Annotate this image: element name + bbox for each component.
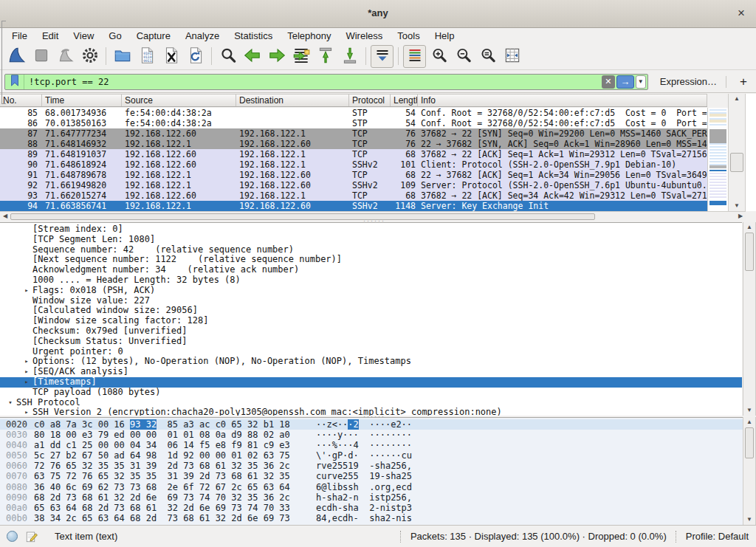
scrollbar-thumb[interactable]	[10, 213, 595, 220]
capture-comment-icon[interactable]	[25, 530, 38, 543]
zoom-reset-button[interactable]	[476, 45, 499, 68]
display-filter-input[interactable]: !tcp.port == 22	[24, 77, 602, 87]
column-header-length[interactable]: Length	[391, 94, 418, 106]
column-header-protocol[interactable]: Protocol	[349, 94, 391, 106]
scrollbar-thumb[interactable]	[745, 427, 754, 458]
scroll-up-icon[interactable]: ▲	[743, 418, 755, 427]
expand-icon[interactable]: ▸	[21, 377, 32, 388]
detail-line[interactable]: TCP payload (1080 bytes)	[0, 388, 742, 398]
detail-line[interactable]: Checksum: 0x79ed [unverified]	[0, 326, 742, 337]
hex-row-0040[interactable]: 0040a1 dd c1 25 00 00 04 34 06 14 f5 e8 …	[0, 440, 743, 450]
menu-edit[interactable]: Edit	[35, 29, 66, 43]
column-header-info[interactable]: Info	[418, 94, 707, 106]
packet-row-89[interactable]: 8971.648191037192.168.122.60192.168.122.…	[0, 149, 707, 159]
packet-row-92[interactable]: 9271.661949820192.168.122.1192.168.122.6…	[0, 180, 707, 190]
zoom-in-button[interactable]	[427, 45, 450, 68]
packet-list-minimap[interactable]	[707, 108, 728, 211]
expand-icon[interactable]: ▸	[21, 357, 32, 367]
expert-info-icon[interactable]	[7, 531, 18, 542]
expand-icon[interactable]: ▸	[21, 407, 32, 416]
menu-capture[interactable]: Capture	[129, 29, 178, 43]
detail-line[interactable]: Acknowledgment number: 34 (relative ack …	[0, 265, 742, 275]
start-capture-button[interactable]	[5, 45, 28, 68]
expression-button[interactable]: Expression…	[660, 76, 717, 87]
filter-dropdown-button[interactable]: ▼	[636, 75, 646, 89]
hex-row-0090[interactable]: 009068 2d 73 68 61 32 2d 6e 69 73 74 70 …	[0, 492, 743, 503]
detail-line[interactable]: [Stream index: 0]	[0, 224, 742, 235]
detail-line[interactable]: [TCP Segment Len: 1080]	[0, 235, 742, 245]
scroll-down-icon[interactable]: ▼	[729, 202, 745, 210]
detail-line[interactable]: Window size value: 227	[0, 296, 742, 306]
filter-clear-button[interactable]: ✕	[602, 75, 615, 89]
scrollbar-thumb[interactable]	[730, 153, 743, 172]
hex-row-0050[interactable]: 00505c 27 b2 67 50 ad 64 98 1d 92 00 00 …	[0, 450, 743, 461]
detail-line[interactable]: ▸[SEQ/ACK analysis]	[0, 367, 742, 377]
packet-row-93[interactable]: 9371.662015274192.168.122.60192.168.122.…	[0, 190, 707, 201]
packet-row-87[interactable]: 8771.647777234192.168.122.60192.168.122.…	[0, 128, 707, 139]
packet-row-90[interactable]: 9071.648618924192.168.122.60192.168.122.…	[0, 159, 707, 170]
menu-wireless[interactable]: Wireless	[338, 29, 390, 43]
zoom-out-button[interactable]	[452, 45, 475, 68]
go-to-packet-button[interactable]	[289, 45, 312, 68]
detail-line[interactable]: [Next sequence number: 1122 (relative se…	[0, 255, 742, 265]
go-forward-button[interactable]	[265, 45, 288, 68]
column-header-time[interactable]: Time	[42, 94, 122, 106]
column-header-destination[interactable]: Destination	[236, 94, 349, 106]
scrollbar-thumb[interactable]	[745, 233, 754, 271]
find-packet-button[interactable]	[216, 45, 239, 68]
reload-file-button[interactable]	[184, 45, 207, 68]
scroll-left-icon[interactable]: ◀	[1, 212, 10, 220]
hex-row-00a0[interactable]: 00a065 63 64 68 2d 73 68 61 32 2d 6e 69 …	[0, 503, 743, 513]
detail-line[interactable]: [Calculated window size: 29056]	[0, 306, 742, 316]
filter-bookmark-button[interactable]	[5, 75, 24, 89]
hex-row-0070[interactable]: 007063 75 72 76 65 32 35 35 31 39 2d 73 …	[0, 471, 743, 481]
detail-vscrollbar[interactable]: ▲ ▼	[743, 222, 756, 416]
profile-label[interactable]: Profile: Default	[686, 531, 749, 542]
detail-line[interactable]: 1000 .... = Header Length: 32 bytes (8)	[0, 275, 742, 286]
packet-row-86[interactable]: 8670.013850163fe:54:00:d4:38:2aSTP54Conf…	[0, 118, 707, 128]
menu-help[interactable]: Help	[427, 29, 462, 43]
resize-columns-button[interactable]	[501, 45, 523, 68]
go-back-button[interactable]	[241, 45, 264, 68]
column-header-no[interactable]: No.	[0, 94, 42, 106]
filter-apply-button[interactable]: →	[616, 75, 634, 89]
restart-capture-button[interactable]	[54, 45, 77, 68]
hex-row-00b0[interactable]: 00b038 34 2c 65 63 64 68 2d 73 68 61 32 …	[0, 513, 743, 523]
hex-row-0020[interactable]: 0020c0 a8 7a 3c 00 16 93 32 85 a3 ac c0 …	[0, 419, 743, 430]
hex-row-0080[interactable]: 008036 40 6c 69 62 73 73 68 2e 6f 72 67 …	[0, 482, 743, 492]
detail-line[interactable]: ▸Flags: 0x018 (PSH, ACK)	[0, 286, 742, 296]
menu-statistics[interactable]: Statistics	[227, 29, 280, 43]
menu-view[interactable]: View	[66, 29, 101, 43]
hex-vscrollbar[interactable]: ▲ ▼	[743, 417, 756, 525]
expand-icon[interactable]: ▸	[21, 367, 32, 377]
go-last-packet-button[interactable]	[338, 45, 361, 68]
close-file-button[interactable]	[159, 45, 182, 68]
detail-line[interactable]: [Window size scaling factor: 128]	[0, 316, 742, 326]
menu-go[interactable]: Go	[101, 29, 128, 43]
scroll-right-icon[interactable]: ▶	[736, 212, 745, 220]
add-filter-button[interactable]: +	[735, 75, 752, 89]
close-button[interactable]: ×	[734, 6, 749, 21]
go-first-packet-button[interactable]	[314, 45, 337, 68]
packet-list-vscrollbar[interactable]: ▲ ▼	[728, 94, 746, 211]
open-file-button[interactable]	[111, 45, 134, 68]
detail-line[interactable]: Urgent pointer: 0	[0, 347, 742, 357]
packet-row-85[interactable]: 8568.001734936fe:54:00:d4:38:2aSTP54Conf…	[0, 108, 707, 118]
menu-telephony[interactable]: Telephony	[280, 29, 338, 43]
packet-row-94[interactable]: 9471.663856741192.168.122.1192.168.122.6…	[0, 201, 707, 211]
colorize-packets-button[interactable]	[403, 45, 426, 68]
menu-tools[interactable]: Tools	[390, 29, 427, 43]
title-bar[interactable]: *any ×	[0, 0, 756, 28]
auto-scroll-button[interactable]	[371, 45, 394, 68]
scroll-up-icon[interactable]: ▲	[729, 94, 745, 103]
menu-file[interactable]: File	[4, 29, 35, 43]
scroll-down-icon[interactable]: ▼	[743, 406, 755, 415]
detail-line[interactable]: [Checksum Status: Unverified]	[0, 337, 742, 347]
detail-line[interactable]: ▸[Timestamps]	[0, 377, 742, 388]
detail-line[interactable]: Sequence number: 42 (relative sequence n…	[0, 245, 742, 255]
hex-row-0060[interactable]: 006072 76 65 32 35 35 31 39 2d 73 68 61 …	[0, 461, 743, 471]
packet-row-91[interactable]: 9171.648789678192.168.122.1192.168.122.6…	[0, 170, 707, 180]
expand-icon[interactable]: ▸	[21, 286, 32, 296]
collapse-icon[interactable]: ▾	[4, 398, 16, 408]
scroll-up-icon[interactable]: ▲	[743, 223, 755, 232]
